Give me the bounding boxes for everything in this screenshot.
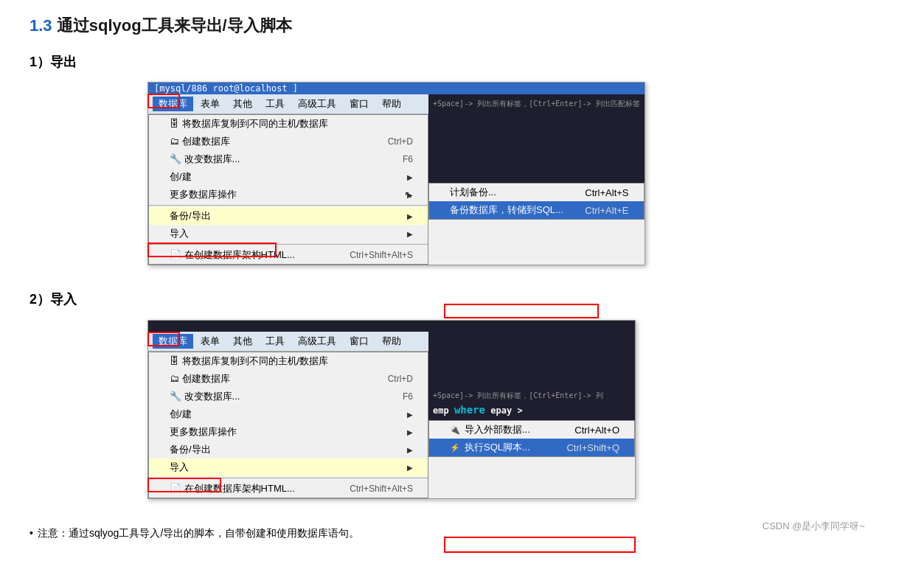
submenu-dump-sql[interactable]: 备份数据库，转储到SQL... Ctrl+Alt+E <box>429 201 644 219</box>
import-menubar[interactable]: 数据库 表单 其他 工具 高级工具 窗口 帮助 <box>148 332 428 352</box>
import-menu-create-db[interactable]: 🗂 创建数据库 Ctrl+D <box>149 370 428 388</box>
import-menu-import[interactable]: 导入 ▶ <box>149 458 428 476</box>
import-menu-create-slash[interactable]: 创/建 ▶ <box>149 405 428 423</box>
page-title: 1.3 通过sqlyog工具来导出/导入脚本 <box>29 15 895 37</box>
import-menu-copy-db[interactable]: 🗄 将数据库复制到不同的主机/数据库 <box>149 352 428 370</box>
submenu-execute-sql[interactable]: ⚡ 执行SQL脚本... Ctrl+Shift+Q <box>429 439 634 456</box>
import-dropdown: 🗄 将数据库复制到不同的主机/数据库 🗂 创建数据库 Ctrl+D 🔧 改变数据… <box>148 352 428 498</box>
menu-backup-export[interactable]: 备份/导出 ▶ <box>149 207 428 225</box>
menu-alter-db[interactable]: 🔧 改变数据库... F6 <box>149 150 428 168</box>
menu-more-ops[interactable]: 更多数据库操作 ▶ ↖ <box>149 186 428 203</box>
menu-item-database-import[interactable]: 数据库 <box>153 334 193 349</box>
import-submenu: 🔌 导入外部数据... Ctrl+Alt+O ⚡ 执行SQL脚本... Ctrl… <box>428 420 635 457</box>
menu-item-database-export[interactable]: 数据库 <box>153 97 193 111</box>
menu-create-slash[interactable]: 创/建 ▶ <box>149 168 428 186</box>
export-dropdown: 🗄 将数据库复制到不同的主机/数据库 🗂 创建数据库 Ctrl+D 🔧 改变数据… <box>148 114 428 265</box>
menu-schema-html[interactable]: 📄 在创建数据库架构HTML... Ctrl+Shift+Alt+S <box>149 246 428 264</box>
import-screenshot: 数据库 表单 其他 工具 高级工具 窗口 帮助 <box>147 318 636 499</box>
section-import: 2）导入 数据库 表单 <box>29 290 895 517</box>
export-submenu: 计划备份... Ctrl+Alt+S 备份数据库，转储到SQL... Ctrl+… <box>428 183 645 220</box>
import-menu-alter-db[interactable]: 🔧 改变数据库... F6 <box>149 388 428 405</box>
menu-import[interactable]: 导入 ▶ <box>149 225 428 243</box>
section-export: 1）导出 [mysql/886 root@localhost ] <box>29 53 895 283</box>
import-menu-schema-html[interactable]: 📄 在创建数据库架构HTML... Ctrl+Shift+Alt+S <box>149 480 428 498</box>
section1-title: 1）导出 <box>29 53 895 71</box>
note-text: 注意：通过sqlyog工具导入/导出的脚本，自带创建和使用数据库语句。 <box>38 527 359 540</box>
bullet: • <box>29 527 33 539</box>
import-menu-backup[interactable]: 备份/导出 ▶ <box>149 441 428 458</box>
submenu-schedule-backup[interactable]: 计划备份... Ctrl+Alt+S <box>429 184 644 201</box>
submenu-import-external[interactable]: 🔌 导入外部数据... Ctrl+Alt+O <box>429 421 634 439</box>
export-screenshot: [mysql/886 root@localhost ] 数据库 表单 其他 工具 <box>147 81 645 265</box>
menu-copy-db[interactable]: 🗄 将数据库复制到不同的主机/数据库 <box>149 115 428 133</box>
section2-title: 2）导入 <box>29 290 895 308</box>
csdn-watermark: CSDN @是小李同学呀~ <box>763 520 865 533</box>
menu-create-db[interactable]: 🗂 创建数据库 Ctrl+D <box>149 133 428 150</box>
import-menu-more-ops[interactable]: 更多数据库操作 ▶ <box>149 423 428 441</box>
export-menubar[interactable]: 数据库 表单 其他 工具 高级工具 窗口 帮助 <box>148 94 428 114</box>
